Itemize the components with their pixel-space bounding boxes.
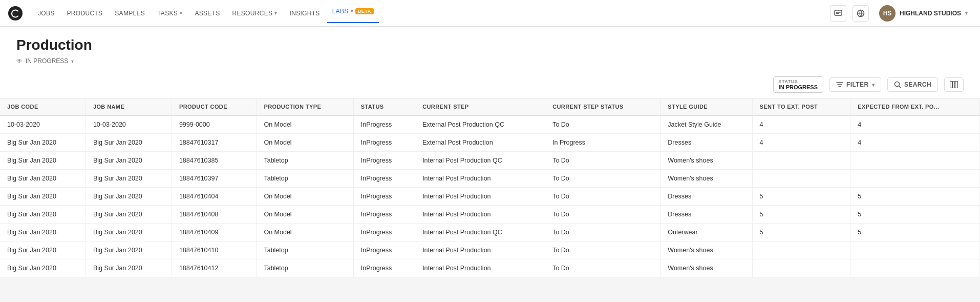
page-title: Production <box>16 37 964 53</box>
nav-tasks[interactable]: TASKS ▾ <box>152 7 187 20</box>
table-row[interactable]: Big Sur Jan 2020Big Sur Jan 202018847610… <box>0 134 980 152</box>
cell-product_code: 18847610410 <box>172 241 257 259</box>
cell-sent_to_ext <box>752 259 850 277</box>
cell-status: InProgress <box>353 152 415 170</box>
cell-job_name: Big Sur Jan 2020 <box>86 188 172 206</box>
cell-job_code: Big Sur Jan 2020 <box>0 134 86 152</box>
table-row[interactable]: Big Sur Jan 2020Big Sur Jan 202018847610… <box>0 152 980 170</box>
cell-production_type: On Model <box>257 188 353 206</box>
cell-sent_to_ext: 5 <box>752 206 850 224</box>
cell-production_type: On Model <box>257 224 353 241</box>
status-chevron-icon[interactable]: ▾ <box>71 58 74 64</box>
cell-style_guide: Dresses <box>661 134 752 152</box>
table-container: JOB CODE JOB NAME PRODUCT CODE PRODUCTIO… <box>0 98 980 277</box>
cell-product_code: 9999-0000 <box>172 115 257 134</box>
cell-current_step_status: To Do <box>545 224 661 241</box>
cell-production_type: On Model <box>257 134 353 152</box>
cell-expected_from_ext: 4 <box>850 115 980 134</box>
logo[interactable] <box>8 6 23 21</box>
table-row[interactable]: Big Sur Jan 2020Big Sur Jan 202018847610… <box>0 224 980 241</box>
search-icon <box>894 81 901 88</box>
cell-status: InProgress <box>353 134 415 152</box>
user-chevron-icon: ▾ <box>965 10 968 16</box>
cell-job_code: Big Sur Jan 2020 <box>0 241 86 259</box>
cell-current_step_status: To Do <box>545 152 661 170</box>
cell-product_code: 18847610412 <box>172 259 257 277</box>
col-current-step-status: CURRENT STEP STATUS <box>545 98 661 115</box>
cell-job_code: Big Sur Jan 2020 <box>0 188 86 206</box>
page-subtitle: 👁 IN PROGRESS ▾ <box>16 57 964 71</box>
table-row[interactable]: Big Sur Jan 2020Big Sur Jan 202018847610… <box>0 206 980 224</box>
cell-job_name: Big Sur Jan 2020 <box>86 241 172 259</box>
filter-chevron-icon: ▾ <box>872 82 875 88</box>
cell-production_type: On Model <box>257 115 353 134</box>
cell-job_code: Big Sur Jan 2020 <box>0 206 86 224</box>
cell-production_type: Tabletop <box>257 170 353 188</box>
nav-samples[interactable]: SAMPLES <box>110 7 150 20</box>
cell-current_step_status: To Do <box>545 115 661 134</box>
page-header: Production 👁 IN PROGRESS ▾ <box>0 27 980 71</box>
cell-style_guide: Dresses <box>661 188 752 206</box>
cell-style_guide: Women's shoes <box>661 170 752 188</box>
cell-style_guide: Women's shoes <box>661 259 752 277</box>
cell-current_step: External Post Production QC <box>415 115 545 134</box>
cell-style_guide: Women's shoes <box>661 152 752 170</box>
cell-style_guide: Outerwear <box>661 224 752 241</box>
table-row[interactable]: Big Sur Jan 2020Big Sur Jan 202018847610… <box>0 259 980 277</box>
status-value: IN PROGRESS <box>779 84 818 90</box>
cell-job_name: Big Sur Jan 2020 <box>86 134 172 152</box>
col-production-type: PRODUCTION TYPE <box>257 98 353 115</box>
cell-production_type: Tabletop <box>257 152 353 170</box>
cell-product_code: 18847610397 <box>172 170 257 188</box>
table-row[interactable]: 10-03-202010-03-20209999-0000On ModelInP… <box>0 115 980 134</box>
cell-sent_to_ext <box>752 152 850 170</box>
cell-current_step: Internal Post Production <box>415 241 545 259</box>
navbar-right: HS HIGHLAND STUDIOS ▾ <box>830 3 972 24</box>
nav-jobs[interactable]: JOBS <box>33 7 60 20</box>
nav-assets[interactable]: ASSETS <box>189 7 225 20</box>
filter-button[interactable]: FILTER ▾ <box>829 77 881 92</box>
nav-labs[interactable]: LABS ▾ BETA <box>327 5 379 23</box>
cell-current_step_status: To Do <box>545 188 661 206</box>
nav-products[interactable]: PRODUCTS <box>62 7 108 20</box>
cell-job_code: Big Sur Jan 2020 <box>0 170 86 188</box>
cell-job_name: Big Sur Jan 2020 <box>86 170 172 188</box>
cell-current_step: Internal Post Production QC <box>415 152 545 170</box>
production-table: JOB CODE JOB NAME PRODUCT CODE PRODUCTIO… <box>0 98 980 277</box>
col-style-guide: STYLE GUIDE <box>661 98 752 115</box>
cell-sent_to_ext: 5 <box>752 224 850 241</box>
cell-current_step: Internal Post Production QC <box>415 224 545 241</box>
table-row[interactable]: Big Sur Jan 2020Big Sur Jan 202018847610… <box>0 170 980 188</box>
cell-current_step_status: To Do <box>545 170 661 188</box>
table-row[interactable]: Big Sur Jan 2020Big Sur Jan 202018847610… <box>0 188 980 206</box>
col-job-code: JOB CODE <box>0 98 86 115</box>
resources-chevron-icon: ▾ <box>274 10 277 16</box>
notification-button[interactable] <box>830 5 846 22</box>
cell-current_step: Internal Post Production <box>415 188 545 206</box>
status-section-label: STATUS <box>779 79 818 84</box>
nav-insights[interactable]: INSIGHTS <box>285 7 325 20</box>
search-button[interactable]: SEARCH <box>887 77 938 92</box>
cell-status: InProgress <box>353 188 415 206</box>
cell-status: InProgress <box>353 206 415 224</box>
svg-rect-4 <box>950 82 952 88</box>
status-badge-container: STATUS IN PROGRESS <box>773 76 823 93</box>
globe-button[interactable] <box>853 5 869 22</box>
cell-sent_to_ext <box>752 241 850 259</box>
table-row[interactable]: Big Sur Jan 2020Big Sur Jan 202018847610… <box>0 241 980 259</box>
status-label: IN PROGRESS <box>26 57 68 65</box>
columns-button[interactable] <box>944 77 964 92</box>
cell-expected_from_ext: 5 <box>850 224 980 241</box>
cell-production_type: Tabletop <box>257 241 353 259</box>
cell-status: InProgress <box>353 224 415 241</box>
user-name: HIGHLAND STUDIOS <box>900 10 961 17</box>
cell-job_code: Big Sur Jan 2020 <box>0 259 86 277</box>
col-current-step: CURRENT STEP <box>415 98 545 115</box>
cell-style_guide: Dresses <box>661 206 752 224</box>
svg-rect-1 <box>835 10 842 15</box>
nav-resources[interactable]: RESOURCES ▾ <box>227 7 283 20</box>
cell-current_step_status: In Progress <box>545 134 661 152</box>
cell-sent_to_ext: 5 <box>752 188 850 206</box>
user-menu[interactable]: HS HIGHLAND STUDIOS ▾ <box>875 3 972 24</box>
cell-status: InProgress <box>353 170 415 188</box>
